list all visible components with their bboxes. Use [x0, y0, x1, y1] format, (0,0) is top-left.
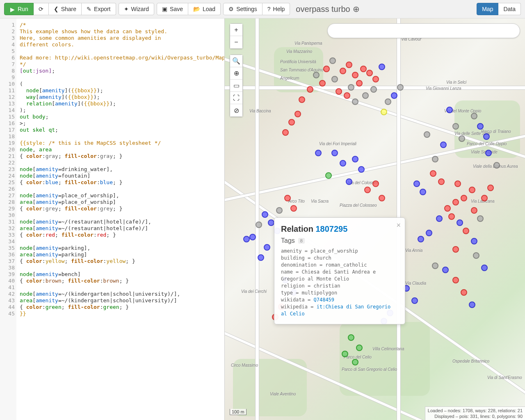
map-marker[interactable]	[352, 98, 358, 105]
map-marker[interactable]	[454, 180, 461, 187]
map-marker[interactable]	[340, 68, 346, 74]
map-marker[interactable]	[438, 178, 445, 185]
help-button[interactable]: ?Help	[262, 3, 290, 15]
map-marker[interactable]	[366, 70, 373, 76]
search-tool-button[interactable]: 🔍	[230, 55, 242, 67]
map-marker[interactable]	[452, 199, 459, 205]
map-marker[interactable]	[264, 244, 270, 251]
map-marker[interactable]	[284, 195, 291, 201]
map-marker[interactable]	[487, 185, 494, 191]
map-marker[interactable]	[473, 252, 479, 259]
map-marker[interactable]	[276, 207, 283, 214]
map-marker[interactable]	[463, 228, 469, 234]
map-marker[interactable]	[372, 76, 379, 82]
map-marker[interactable]	[331, 76, 338, 82]
map-marker[interactable]	[459, 135, 465, 142]
map-marker[interactable]	[249, 234, 256, 240]
map-marker[interactable]	[243, 236, 250, 242]
map-marker[interactable]	[432, 156, 438, 162]
map-marker[interactable]	[342, 351, 348, 357]
tab-map[interactable]: Map	[477, 3, 498, 15]
map-marker[interactable]	[436, 215, 443, 222]
map-marker[interactable]	[372, 180, 379, 187]
map-marker[interactable]	[340, 160, 346, 167]
map-marker[interactable]	[397, 84, 404, 91]
map-marker[interactable]	[356, 345, 363, 351]
map-marker[interactable]	[411, 297, 418, 304]
map-marker[interactable]	[457, 219, 463, 226]
map-marker[interactable]	[430, 170, 436, 177]
map-marker[interactable]	[469, 187, 475, 193]
map-marker[interactable]	[471, 238, 477, 244]
map-marker[interactable]	[258, 254, 264, 261]
export-button[interactable]: ✎Export	[82, 3, 116, 15]
map-marker[interactable]	[440, 142, 447, 148]
map-view[interactable]: Via PanispernaVia CavourVia Giovanni Lan…	[225, 18, 525, 420]
map-marker[interactable]	[348, 84, 354, 91]
map-marker[interactable]	[481, 265, 488, 271]
map-marker[interactable]	[452, 277, 459, 283]
map-marker[interactable]	[346, 178, 352, 185]
map-marker[interactable]	[461, 289, 467, 296]
settings-button[interactable]: ⚙Settings	[223, 3, 262, 15]
map-marker[interactable]	[452, 246, 459, 253]
map-marker[interactable]	[352, 359, 358, 365]
map-marker[interactable]	[358, 166, 365, 173]
code-editor[interactable]: 1234567891011121314151617181920212223242…	[0, 18, 225, 420]
fullscreen-button[interactable]: ⛶	[230, 92, 242, 104]
map-marker[interactable]	[348, 334, 354, 341]
zoom-out-button[interactable]: −	[230, 36, 242, 48]
map-marker[interactable]	[444, 205, 451, 212]
map-marker[interactable]	[344, 92, 350, 99]
map-marker[interactable]	[446, 107, 453, 113]
bbox-button[interactable]: ▭	[230, 80, 242, 92]
map-marker[interactable]	[313, 72, 320, 78]
map-marker[interactable]	[413, 180, 420, 187]
map-marker[interactable]	[477, 123, 484, 130]
map-marker[interactable]	[385, 98, 391, 105]
search-input[interactable]	[333, 28, 514, 34]
code-content[interactable]: /* This example shows how the data can b…	[16, 18, 224, 420]
clear-button[interactable]: ⊘	[230, 104, 242, 116]
map-marker[interactable]	[432, 262, 438, 269]
tab-data[interactable]: Data	[498, 3, 521, 15]
map-marker[interactable]	[262, 211, 268, 218]
map-marker[interactable]	[282, 129, 289, 136]
map-marker[interactable]	[256, 221, 262, 228]
share-button[interactable]: ❮Share	[49, 3, 82, 15]
map-marker[interactable]	[448, 213, 455, 220]
map-marker[interactable]	[477, 215, 484, 222]
run-button[interactable]: ▶Run	[4, 3, 34, 15]
map-search[interactable]	[327, 23, 520, 38]
locate-button[interactable]: ⊕	[230, 67, 242, 80]
wizard-button[interactable]: ✦Wizard	[119, 3, 155, 15]
map-marker[interactable]	[323, 66, 330, 72]
map-marker[interactable]	[288, 119, 295, 126]
map-marker[interactable]	[362, 92, 369, 99]
map-marker[interactable]	[352, 72, 358, 78]
map-marker[interactable]	[356, 80, 363, 87]
map-marker[interactable]	[319, 80, 326, 87]
zoom-in-button[interactable]: +	[230, 24, 242, 36]
close-icon[interactable]: ×	[396, 221, 401, 230]
feature-id-link[interactable]: 1807295	[315, 224, 347, 233]
map-marker[interactable]	[331, 150, 338, 156]
map-marker[interactable]	[424, 131, 430, 138]
map-marker[interactable]	[391, 92, 397, 99]
map-marker[interactable]	[329, 57, 336, 64]
map-marker[interactable]	[346, 62, 352, 68]
map-marker[interactable]	[381, 109, 387, 115]
load-button[interactable]: 📂Load	[188, 3, 221, 15]
map-marker[interactable]	[420, 189, 426, 195]
map-marker[interactable]	[299, 96, 305, 103]
save-button[interactable]: ▣Save	[157, 3, 188, 15]
map-marker[interactable]	[307, 86, 313, 93]
map-marker[interactable]	[471, 207, 477, 214]
map-marker[interactable]	[360, 66, 367, 72]
map-marker[interactable]	[469, 301, 475, 308]
map-marker[interactable]	[426, 230, 432, 236]
map-marker[interactable]	[442, 267, 449, 273]
map-marker[interactable]	[294, 111, 301, 117]
map-marker[interactable]	[364, 187, 371, 193]
map-marker[interactable]	[336, 88, 342, 95]
